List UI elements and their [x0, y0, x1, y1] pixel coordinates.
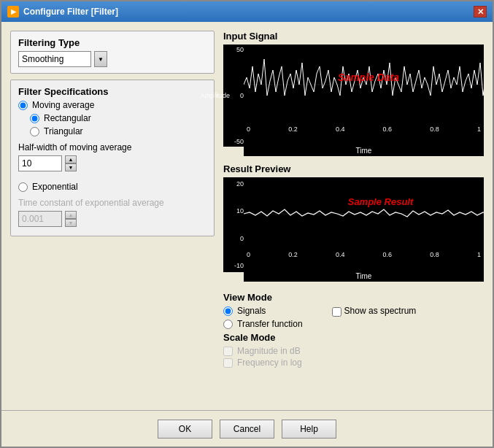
- window-content: Filtering Type Smoothing Highpass Lowpas…: [1, 22, 493, 410]
- cancel-button[interactable]: Cancel: [220, 420, 274, 439]
- input-signal-chart-area: 50 Amplitude 0 -50 Sample Data: [223, 45, 484, 147]
- magnitude-db-label: Magnitude in dB: [237, 346, 301, 356]
- view-mode-section: View Mode Signals Transfer function: [223, 289, 484, 371]
- magnitude-db-checkbox[interactable]: [223, 347, 233, 356]
- half-width-up-btn[interactable]: ▲: [65, 155, 77, 163]
- app-icon: ▶: [7, 6, 19, 18]
- filter-specifications-section: Filter Specifications Moving average Rec…: [10, 80, 215, 236]
- time-constant-spinner: ▲ ▼: [65, 211, 77, 227]
- spectrum-option[interactable]: Show as spectrum: [332, 306, 417, 317]
- transfer-function-label: Transfer function: [237, 319, 303, 329]
- triangular-label: Triangular: [44, 126, 83, 136]
- frequency-log-checkbox[interactable]: [223, 358, 233, 368]
- result-x-02: 0.2: [288, 251, 298, 258]
- input-x-02: 0.2: [288, 125, 298, 133]
- half-width-input[interactable]: 10: [18, 155, 62, 171]
- result-x-06: 0.6: [383, 251, 393, 258]
- time-constant-input[interactable]: 0.001: [18, 211, 62, 227]
- triangular-radio[interactable]: [30, 127, 39, 136]
- time-constant-input-row: 0.001 ▲ ▼: [18, 211, 207, 227]
- moving-average-label: Moving average: [32, 100, 94, 110]
- input-time-label: Time: [244, 147, 484, 156]
- frequency-log-option[interactable]: Frequency in log: [223, 358, 484, 368]
- input-signal-plot: Sample Data 0 0.2 0.4 0.6 0.8 1: [244, 45, 484, 147]
- exponential-radio[interactable]: [18, 182, 28, 192]
- signals-option[interactable]: Signals: [223, 306, 303, 316]
- result-x-08: 0.8: [430, 251, 439, 258]
- result-x-axis: 0 0.2 0.4 0.6 0.8 1: [244, 250, 484, 259]
- result-y-axis: 20 10 0 -10: [223, 177, 244, 272]
- result-x-1: 1: [477, 251, 481, 258]
- result-y-min: -10: [223, 262, 244, 269]
- input-x-axis: 0 0.2 0.4 0.6 0.8 1: [244, 125, 484, 134]
- filter-type-dropdown-row: Smoothing Highpass Lowpass ▼: [18, 51, 207, 67]
- transfer-function-option[interactable]: Transfer function: [223, 319, 303, 329]
- filtering-type-label: Filtering Type: [18, 37, 207, 48]
- show-spectrum-label: Show as spectrum: [344, 306, 417, 316]
- input-signal-svg: Sample Data: [244, 45, 484, 125]
- view-mode-label: View Mode: [223, 292, 484, 303]
- result-preview-section: Result Preview 20 10 0 -10: [223, 163, 484, 282]
- result-preview-chart-area: 20 10 0 -10 Sample Result: [223, 177, 484, 272]
- result-y-10: 10: [223, 207, 244, 215]
- help-button[interactable]: Help: [282, 420, 336, 439]
- dropdown-arrow-icon[interactable]: ▼: [94, 51, 107, 67]
- moving-average-option[interactable]: Moving average: [18, 100, 207, 110]
- filter-type-select[interactable]: Smoothing Highpass Lowpass: [18, 51, 91, 67]
- magnitude-db-option[interactable]: Magnitude in dB: [223, 346, 484, 356]
- moving-average-radio[interactable]: [18, 101, 28, 110]
- rectangular-radio[interactable]: [30, 114, 39, 123]
- result-preview-plot: Sample Result 0 0.2 0.4 0.6 0.8 1: [244, 177, 484, 272]
- result-x-04: 0.4: [336, 251, 345, 258]
- signals-label: Signals: [237, 306, 266, 316]
- input-signal-title: Input Signal: [223, 31, 484, 42]
- result-signal-line: [244, 209, 484, 217]
- input-y-amplitude: Amplitude: [201, 92, 230, 99]
- ok-button[interactable]: OK: [158, 420, 212, 439]
- half-width-spinner: ▲ ▼: [65, 155, 77, 171]
- filtering-type-section: Filtering Type Smoothing Highpass Lowpas…: [10, 31, 215, 74]
- scale-mode-label: Scale Mode: [223, 332, 484, 343]
- time-constant-down-btn: ▼: [65, 219, 77, 227]
- half-width-label: Half-width of moving average: [18, 142, 207, 152]
- input-x-1: 1: [477, 125, 481, 133]
- input-x-08: 0.8: [430, 125, 439, 133]
- window-title: Configure Filter [Filter]: [23, 7, 474, 17]
- input-x-06: 0.6: [383, 125, 393, 133]
- show-spectrum-checkbox[interactable]: [332, 307, 341, 317]
- result-x-0: 0: [247, 251, 250, 258]
- result-preview-svg: Sample Result: [244, 177, 484, 250]
- input-y-axis: 50 Amplitude 0 -50: [223, 45, 244, 147]
- signals-radio[interactable]: [223, 306, 233, 316]
- filter-options-group: Moving average Rectangular Triangular: [18, 100, 207, 230]
- result-y-zero: 0: [223, 235, 244, 242]
- scale-mode-section: Scale Mode Magnitude in dB Frequency in …: [223, 332, 484, 368]
- sample-result-text: Sample Result: [348, 196, 414, 207]
- transfer-function-radio[interactable]: [223, 320, 233, 329]
- right-panel: Input Signal 50 Amplitude 0 -50: [223, 31, 484, 401]
- time-constant-label: Time constant of exponential average: [18, 198, 207, 208]
- main-window: ▶ Configure Filter [Filter] ✕ Filtering …: [0, 0, 494, 448]
- time-constant-up-btn: ▲: [65, 211, 77, 219]
- view-options: Signals Transfer function: [223, 306, 303, 329]
- rectangular-option[interactable]: Rectangular: [30, 113, 207, 123]
- half-width-input-row: 10 ▲ ▼: [18, 155, 207, 171]
- bottom-bar: OK Cancel Help: [1, 410, 493, 447]
- left-panel: Filtering Type Smoothing Highpass Lowpas…: [10, 31, 215, 401]
- triangular-option[interactable]: Triangular: [30, 126, 207, 136]
- result-y-max: 20: [223, 180, 244, 188]
- result-time-label: Time: [244, 272, 484, 282]
- input-y-max: 50: [223, 46, 244, 53]
- input-x-0: 0: [247, 125, 250, 133]
- time-constant-section: Time constant of exponential average 0.0…: [18, 198, 207, 230]
- sample-data-text: Sample Data: [338, 72, 399, 83]
- exponential-option[interactable]: Exponential: [18, 182, 207, 192]
- title-bar: ▶ Configure Filter [Filter] ✕: [1, 1, 493, 22]
- view-mode-row: Signals Transfer function Show as spectr…: [223, 306, 484, 329]
- half-width-down-btn[interactable]: ▼: [65, 163, 77, 171]
- close-button[interactable]: ✕: [474, 6, 487, 18]
- half-width-section: Half-width of moving average 10 ▲ ▼: [18, 142, 207, 174]
- rectangular-label: Rectangular: [44, 113, 91, 123]
- filter-specs-label: Filter Specifications: [18, 86, 207, 97]
- input-signal-section: Input Signal 50 Amplitude 0 -50: [223, 31, 484, 156]
